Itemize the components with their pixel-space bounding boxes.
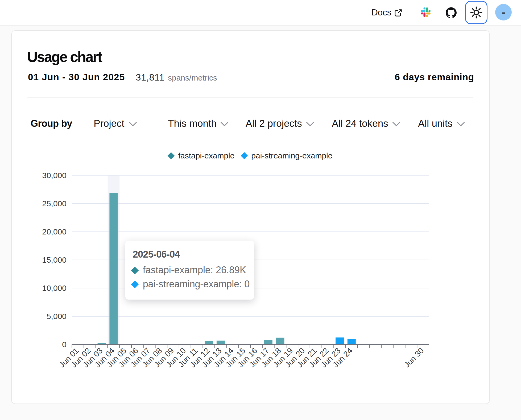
svg-text:0: 0 [62,340,67,349]
svg-text:Jun 30: Jun 30 [402,346,425,369]
svg-text:fastapi-example: 26.89K: fastapi-example: 26.89K [143,264,246,275]
svg-text:pai-streaming-example: 0: pai-streaming-example: 0 [143,279,250,289]
